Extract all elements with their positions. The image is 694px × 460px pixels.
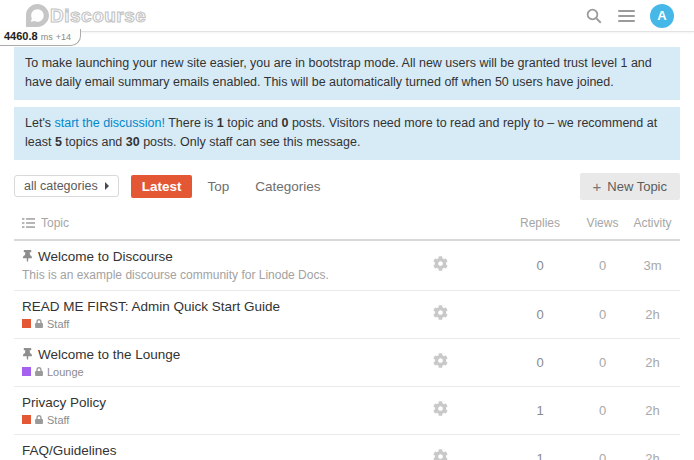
views-count: 0 xyxy=(580,307,625,322)
category-name: Staff xyxy=(47,414,69,426)
start-discussion-banner: Let's start the discussion! There is 1 t… xyxy=(14,107,680,160)
banner2-seg2: topic and xyxy=(224,116,282,130)
banner2-seg4: topics and xyxy=(62,135,126,149)
nav-tabs: LatestTopCategories xyxy=(131,175,332,198)
caret-right-icon xyxy=(105,182,109,190)
topic-title-link[interactable]: Privacy Policy xyxy=(22,395,106,410)
category-badge[interactable]: Staff xyxy=(22,414,380,426)
profiler-unit: ms xyxy=(41,32,53,42)
activity-time[interactable]: 2h xyxy=(625,451,680,460)
gear-icon[interactable] xyxy=(427,255,454,272)
table-row[interactable]: Welcome to the Lounge Lounge 0 0 xyxy=(14,339,680,387)
category-badge[interactable]: Staff xyxy=(22,318,380,330)
topic-excerpt: This is an example discourse community f… xyxy=(22,268,380,282)
site-header: Discourse A 4460.8 ms +14 xyxy=(0,0,694,32)
discourse-logo[interactable]: Discourse xyxy=(26,4,146,27)
topic-count: 1 xyxy=(217,116,224,130)
views-count: 0 xyxy=(580,403,625,418)
views-count: 0 xyxy=(580,451,625,460)
replies-count: 0 xyxy=(500,307,580,322)
search-icon[interactable] xyxy=(585,7,603,25)
topic-title-link[interactable]: Welcome to the Lounge xyxy=(38,347,180,362)
gear-icon[interactable] xyxy=(427,304,454,321)
new-topic-button[interactable]: + New Topic xyxy=(580,173,681,200)
replies-count: 0 xyxy=(500,258,580,273)
profiler-extra: +14 xyxy=(56,32,71,42)
new-topic-label: New Topic xyxy=(607,179,667,194)
topic-title-link[interactable]: READ ME FIRST: Admin Quick Start Guide xyxy=(22,299,280,314)
replies-count: 0 xyxy=(500,355,580,370)
lock-icon xyxy=(35,415,43,424)
plus-icon: + xyxy=(593,181,602,192)
category-filter-dropdown[interactable]: all categories xyxy=(14,175,119,197)
category-badge[interactable]: Lounge xyxy=(22,366,380,378)
table-row[interactable]: Privacy Policy Staff 1 0 2h xyxy=(14,387,680,435)
views-count: 0 xyxy=(580,258,625,273)
recommended-topics: 5 xyxy=(55,135,62,149)
activity-time[interactable]: 2h xyxy=(625,307,680,322)
topic-table-header: Topic Replies Views Activity xyxy=(14,209,680,241)
topic-list-icon xyxy=(22,217,35,229)
activity-time[interactable]: 3m xyxy=(625,258,680,273)
banner2-seg1: There is xyxy=(165,116,217,130)
tab-top[interactable]: Top xyxy=(196,175,240,198)
activity-time[interactable]: 2h xyxy=(625,355,680,370)
table-row[interactable]: READ ME FIRST: Admin Quick Start Guide S… xyxy=(14,291,680,339)
gear-icon[interactable] xyxy=(427,400,454,417)
discourse-logo-icon xyxy=(26,4,49,27)
main-content: To make launching your new site easier, … xyxy=(14,32,680,460)
gear-icon[interactable] xyxy=(427,352,454,369)
header-activity[interactable]: Activity xyxy=(633,216,671,230)
activity-time[interactable]: 2h xyxy=(625,403,680,418)
bootstrap-banner-text: To make launching your new site easier, … xyxy=(25,56,652,89)
banner2-seg5: posts. Only staff can see this message. xyxy=(140,135,361,149)
category-color-square xyxy=(22,319,31,328)
bootstrap-mode-banner: To make launching your new site easier, … xyxy=(14,47,680,100)
banner2-lead: Let's xyxy=(25,116,55,130)
user-avatar[interactable]: A xyxy=(650,4,674,28)
category-color-square xyxy=(22,367,31,376)
tab-latest[interactable]: Latest xyxy=(131,175,193,198)
topic-title-link[interactable]: FAQ/Guidelines xyxy=(22,443,117,458)
replies-count: 1 xyxy=(500,451,580,460)
category-filter-label: all categories xyxy=(24,179,98,193)
topic-title-link[interactable]: Welcome to Discourse xyxy=(38,249,173,264)
profiler-badge[interactable]: 4460.8 ms +14 xyxy=(0,29,81,46)
table-row[interactable]: Welcome to Discourse This is an example … xyxy=(14,241,680,291)
category-name: Staff xyxy=(47,318,69,330)
header-replies[interactable]: Replies xyxy=(520,216,560,230)
start-discussion-link[interactable]: start the discussion! xyxy=(55,116,165,130)
topic-list: Welcome to Discourse This is an example … xyxy=(14,241,680,460)
header-topic[interactable]: Topic xyxy=(41,216,69,230)
views-count: 0 xyxy=(580,355,625,370)
lock-icon xyxy=(35,319,43,328)
pin-icon xyxy=(22,348,33,360)
profiler-time: 4460.8 xyxy=(4,30,38,42)
table-row[interactable]: FAQ/Guidelines Staff 1 0 2h xyxy=(14,435,680,460)
pin-icon xyxy=(22,250,33,262)
gear-icon[interactable] xyxy=(427,448,454,460)
hamburger-menu-icon[interactable] xyxy=(618,10,635,22)
category-color-square xyxy=(22,415,31,424)
recommended-posts: 30 xyxy=(126,135,140,149)
header-views[interactable]: Views xyxy=(587,216,619,230)
tab-categories[interactable]: Categories xyxy=(244,175,331,198)
list-controls: all categories LatestTopCategories + New… xyxy=(14,173,680,200)
logo-wordmark: Discourse xyxy=(50,5,146,27)
lock-icon xyxy=(35,367,43,376)
category-name: Lounge xyxy=(47,366,84,378)
replies-count: 1 xyxy=(500,403,580,418)
